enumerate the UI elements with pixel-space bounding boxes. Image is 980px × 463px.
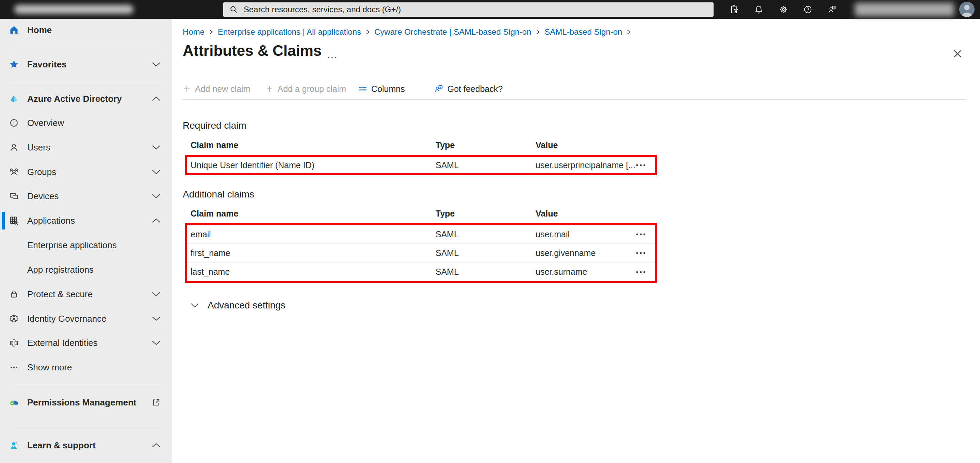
external-identities-icon [8, 337, 20, 349]
chevron-down-icon [152, 292, 161, 297]
row-menu-ellipsis-icon[interactable]: ••• [636, 161, 647, 169]
changelog-filter-icon[interactable] [727, 3, 741, 16]
required-claim-table-header: Claim name Type Value [187, 140, 655, 150]
settings-gear-icon[interactable] [776, 3, 790, 16]
avatar[interactable] [959, 2, 975, 17]
got-feedback-button[interactable]: Got feedback? [434, 84, 503, 94]
azure-ad-icon [8, 93, 20, 104]
sidebar-item-label: Learn & support [27, 440, 95, 451]
help-icon[interactable] [801, 3, 815, 16]
chevron-down-icon [152, 340, 161, 345]
sidebar-item-groups[interactable]: Groups [0, 162, 172, 182]
claim-type-cell: SAML [436, 160, 536, 170]
claim-row[interactable]: Unique User Identifier (Name ID) SAML us… [187, 157, 655, 173]
sidebar-item-label: Overview [27, 118, 64, 128]
row-menu-ellipsis-icon[interactable]: ••• [636, 230, 647, 238]
sidebar-item-label: Show more [27, 362, 72, 373]
home-icon [8, 24, 20, 36]
breadcrumb-link-enterprise-applications[interactable]: Enterprise applications | All applicatio… [218, 27, 361, 37]
breadcrumb-separator-icon [366, 29, 370, 35]
sidebar-item-label: Protect & secure [27, 289, 92, 300]
group-icon [8, 166, 20, 178]
feedback-icon[interactable] [826, 3, 839, 16]
account-info-redacted[interactable] [855, 3, 954, 16]
sidebar-item-identity-governance[interactable]: Identity Governance [0, 308, 172, 329]
sidebar-item-label: Favorites [27, 59, 67, 70]
sidebar-item-azure-active-directory[interactable]: Azure Active Directory [0, 88, 172, 109]
sidebar-item-applications[interactable]: Applications [0, 211, 172, 231]
column-header: Value [536, 209, 628, 219]
chevron-down-icon [191, 303, 199, 308]
additional-claims-heading: Additional claims [183, 188, 254, 200]
sidebar-item-label: Identity Governance [27, 313, 107, 324]
sidebar-item-show-more[interactable]: Show more [0, 357, 172, 378]
sidebar-item-learn-support[interactable]: Learn & support [0, 435, 172, 455]
info-icon [8, 117, 20, 129]
claim-name-cell: first_name [187, 248, 436, 258]
claim-type-cell: SAML [436, 248, 536, 258]
sidebar-item-home[interactable]: Home [0, 20, 172, 40]
notifications-bell-icon[interactable] [752, 3, 765, 16]
sidebar-item-devices[interactable]: Devices [0, 186, 172, 206]
claim-row[interactable]: last_name SAML user.surname ••• [187, 262, 655, 281]
breadcrumb: Home Enterprise applications | All appli… [183, 27, 631, 37]
search-box[interactable] [223, 2, 714, 17]
row-menu-ellipsis-icon[interactable]: ••• [636, 268, 647, 276]
sidebar-item-overview[interactable]: Overview [0, 113, 172, 133]
page-title: Attributes & Claims [183, 42, 321, 59]
chevron-down-icon [152, 169, 161, 174]
feedback-person-icon [434, 84, 443, 94]
sidebar-item-label: Users [27, 142, 50, 153]
sidebar-item-permissions-management[interactable]: Permissions Management [0, 392, 172, 413]
advanced-settings-label: Advanced settings [208, 300, 285, 311]
sidebar-item-app-registrations[interactable]: App registrations [0, 259, 172, 280]
search-icon [229, 5, 238, 14]
columns-button[interactable]: Columns [358, 84, 405, 94]
additional-claims-table-header: Claim name Type Value [187, 209, 655, 219]
star-icon [8, 59, 20, 70]
required-claim-highlight-box: Unique User Identifier (Name ID) SAML us… [185, 155, 657, 175]
claim-type-cell: SAML [436, 267, 536, 277]
claim-name-cell: Unique User Identifier (Name ID) [187, 160, 436, 170]
add-new-claim-button[interactable]: Add new claim [183, 84, 250, 94]
search-input[interactable] [243, 5, 550, 14]
chevron-down-icon [152, 194, 161, 198]
devices-icon [8, 190, 20, 202]
chevron-up-icon [152, 218, 161, 223]
permissions-management-icon [8, 397, 20, 408]
advanced-settings-toggle[interactable]: Advanced settings [191, 300, 285, 311]
sidebar-item-protect-secure[interactable]: Protect & secure [0, 284, 172, 304]
plus-icon [266, 85, 274, 93]
sidebar-item-label: Applications [27, 216, 75, 226]
applications-icon [8, 215, 20, 227]
column-header: Type [436, 209, 536, 219]
column-header: Type [436, 140, 536, 150]
sidebar-item-favorites[interactable]: Favorites [0, 54, 172, 75]
claim-row[interactable]: first_name SAML user.givenname ••• [187, 243, 655, 262]
topbar-icon-group [727, 0, 839, 19]
sidebar-item-label: App registrations [27, 265, 94, 275]
chevron-down-icon [152, 145, 161, 150]
sidebar-item-label: External Identities [27, 338, 98, 348]
got-feedback-label: Got feedback? [447, 84, 503, 94]
claim-name-cell: last_name [187, 267, 436, 277]
breadcrumb-separator-icon [627, 29, 631, 35]
breadcrumb-link-home[interactable]: Home [183, 27, 205, 37]
divider [10, 48, 162, 48]
page-menu-ellipsis-icon[interactable]: … [327, 48, 338, 61]
chevron-up-icon [152, 443, 161, 448]
close-icon[interactable] [951, 48, 964, 60]
user-icon [8, 142, 20, 153]
sidebar-item-enterprise-applications[interactable]: Enterprise applications [0, 235, 172, 255]
column-header: Value [536, 140, 628, 150]
sidebar-item-external-identities[interactable]: External Identities [0, 333, 172, 353]
add-group-claim-button[interactable]: Add a group claim [266, 84, 347, 94]
external-link-icon [152, 398, 161, 407]
row-menu-ellipsis-icon[interactable]: ••• [636, 249, 647, 257]
breadcrumb-link-cyware-orchestrate[interactable]: Cyware Orchestrate | SAML-based Sign-on [374, 27, 531, 37]
breadcrumb-link-saml-sign-on[interactable]: SAML-based Sign-on [544, 27, 622, 37]
claim-row[interactable]: email SAML user.mail ••• [187, 225, 655, 243]
sidebar-item-users[interactable]: Users [0, 137, 172, 158]
chevron-down-icon [152, 316, 161, 321]
add-group-claim-label: Add a group claim [278, 84, 347, 94]
